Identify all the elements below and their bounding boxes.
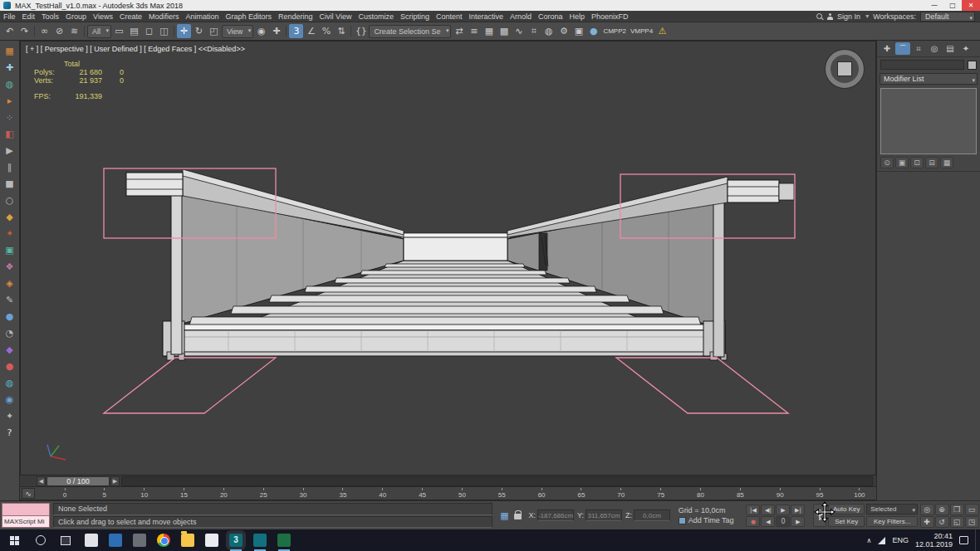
schematic-view-icon[interactable]: ⌗ <box>527 24 541 38</box>
maximize-button[interactable]: □ <box>943 0 962 11</box>
stop-tool-icon[interactable]: ■ <box>2 177 17 191</box>
layer-explorer-icon[interactable]: ▦ <box>482 24 496 38</box>
object-color-swatch[interactable] <box>968 61 977 70</box>
grid-tool-icon[interactable]: ▦ <box>2 44 17 58</box>
menu-phoenixfd[interactable]: PhoenixFD <box>588 11 632 22</box>
chrome-icon[interactable] <box>157 534 170 547</box>
set-key-button[interactable]: Set Key <box>828 516 865 527</box>
action-center-icon[interactable] <box>959 536 968 544</box>
current-frame-field[interactable]: 0 <box>776 516 790 527</box>
menu-views[interactable]: Views <box>90 11 116 22</box>
menu-content[interactable]: Content <box>433 11 466 22</box>
time-slider[interactable]: ◀ 0 / 100 ▶ <box>20 475 876 487</box>
go-to-end-button[interactable]: ▶| <box>791 505 805 515</box>
taskbar-app-2[interactable] <box>109 534 122 547</box>
half-shade-tool-icon[interactable]: ◧ <box>2 127 17 141</box>
language-indicator[interactable]: ENG <box>892 536 909 544</box>
make-unique-icon[interactable]: ⊡ <box>910 157 924 168</box>
panel-tool-icon[interactable]: ▣ <box>2 243 17 257</box>
select-and-manipulate-icon[interactable]: ✚ <box>269 24 283 38</box>
render-production-icon[interactable]: ● <box>586 24 600 38</box>
tray-chevron-icon[interactable]: ∧ <box>867 537 872 544</box>
orbit-icon[interactable]: ↺ <box>935 516 949 528</box>
menu-file[interactable]: File <box>0 11 19 22</box>
modify-tab-icon[interactable]: ⌒ <box>895 42 910 55</box>
perspective-viewport[interactable]: [ + ] [ Perspective ] [ User Defined ] [… <box>20 41 876 475</box>
x-coordinate-field[interactable]: -187,686cm <box>537 510 574 521</box>
angle-snap-toggle-icon[interactable]: ∠ <box>304 24 318 38</box>
menu-tools[interactable]: Tools <box>38 11 62 22</box>
select-object-icon[interactable]: ▭ <box>112 24 126 38</box>
z-coordinate-field[interactable]: 0,0cm <box>634 510 670 521</box>
star-tool-icon[interactable]: ✦ <box>2 409 17 423</box>
cortana-search-button[interactable] <box>28 535 53 545</box>
clock-tool-icon[interactable]: ◔ <box>2 326 17 340</box>
menu-animation[interactable]: Animation <box>182 11 222 22</box>
crosshair-tool-icon[interactable]: ✚ <box>2 61 17 75</box>
cluster-tool-icon[interactable]: ❖ <box>2 260 17 274</box>
menu-interactive[interactable]: Interactive <box>465 11 507 22</box>
taskbar-app-6[interactable] <box>205 534 218 547</box>
menu-create[interactable]: Create <box>116 11 145 22</box>
menu-help[interactable]: Help <box>566 11 589 22</box>
teal-sphere-tool-icon[interactable]: ◍ <box>2 77 17 91</box>
align-icon[interactable]: ≡ <box>467 24 481 38</box>
search-icon[interactable] <box>816 13 822 19</box>
select-and-rotate-icon[interactable]: ↻ <box>192 24 206 38</box>
menu-customize[interactable]: Customize <box>355 11 397 22</box>
undo-icon[interactable]: ↶ <box>2 24 17 38</box>
select-and-scale-icon[interactable]: ◰ <box>207 24 221 38</box>
viewcube[interactable] <box>826 50 864 88</box>
redo-icon[interactable]: ↷ <box>17 24 32 38</box>
blue-sphere-tool-icon[interactable]: ● <box>2 310 17 324</box>
modifier-stack-list[interactable] <box>880 88 977 154</box>
show-end-result-icon[interactable]: ▣ <box>895 157 909 168</box>
network-icon[interactable] <box>878 537 885 544</box>
snaps-toggle-icon[interactable]: 3 <box>289 24 303 38</box>
key-filters-button[interactable]: Key Filters... <box>866 516 918 527</box>
rectangular-selection-region-icon[interactable]: ◻ <box>142 24 156 38</box>
maximize-viewport-toggle-icon[interactable]: ◳ <box>965 516 979 528</box>
field-of-view-icon[interactable]: ▭ <box>965 504 979 515</box>
pencil-tool-icon[interactable]: ✎ <box>2 293 17 307</box>
zoom-icon[interactable]: ◎ <box>920 504 934 515</box>
previous-frame-button[interactable]: ◀| <box>761 505 775 515</box>
start-button[interactable] <box>0 529 28 551</box>
record-tool-icon[interactable]: ○ <box>2 193 17 207</box>
display-tab-icon[interactable]: ▤ <box>943 42 958 55</box>
configure-modifier-sets-icon[interactable]: ▦ <box>940 157 953 168</box>
previous-key-button[interactable]: ◀ <box>761 516 775 527</box>
pause-tool-icon[interactable]: ‖ <box>2 160 17 174</box>
selection-lock-toggle-icon[interactable] <box>514 514 522 519</box>
window-crossing-toggle-icon[interactable]: ◫ <box>157 24 171 38</box>
zoom-extents-all-icon[interactable]: ❒ <box>950 504 964 515</box>
minimize-button[interactable]: — <box>925 0 943 11</box>
use-pivot-point-center-icon[interactable]: ◉ <box>254 24 268 38</box>
curve-editor-icon[interactable]: ∿ <box>512 24 526 38</box>
play-animation-button[interactable]: ▶ <box>776 505 790 515</box>
ribbon-toggle-icon[interactable]: ▩ <box>497 24 511 38</box>
close-button[interactable]: ✕ <box>962 0 980 11</box>
selection-filter-dropdown[interactable]: All <box>87 25 111 38</box>
spark-tool-icon[interactable]: ✦ <box>2 227 17 241</box>
edit-named-selection-sets-icon[interactable]: {} <box>354 24 368 38</box>
warning-icon[interactable]: ⚠ <box>655 24 669 38</box>
material-editor-icon[interactable]: ◍ <box>541 24 556 38</box>
pin-stack-icon[interactable]: ⊙ <box>880 157 894 168</box>
taskbar-app-3[interactable] <box>133 534 146 547</box>
add-time-tag-button[interactable]: Add Time Tag <box>679 516 747 524</box>
next-key-button[interactable]: ▶ <box>791 516 805 527</box>
time-slider-forward-button[interactable]: ▶ <box>110 476 120 486</box>
spinner-snap-toggle-icon[interactable]: ⇅ <box>334 24 348 38</box>
time-slider-handle[interactable]: 0 / 100 <box>47 476 110 486</box>
maxscript-listener-strip[interactable]: MAXScript Mi <box>2 516 50 529</box>
isolate-selection-toggle-icon[interactable]: ▦ <box>500 510 508 521</box>
help-tool-icon[interactable]: ? <box>2 426 17 440</box>
menu-edit[interactable]: Edit <box>19 11 39 22</box>
select-by-name-icon[interactable]: ▤ <box>127 24 141 38</box>
menu-group[interactable]: Group <box>62 11 90 22</box>
taskbar-app-1[interactable] <box>85 534 98 547</box>
go-to-start-button[interactable]: |◀ <box>746 505 760 515</box>
viewport-label[interactable]: [ + ] [ Perspective ] [ User Defined ] [… <box>26 45 245 53</box>
modifier-list-dropdown[interactable]: Modifier List <box>880 73 978 85</box>
